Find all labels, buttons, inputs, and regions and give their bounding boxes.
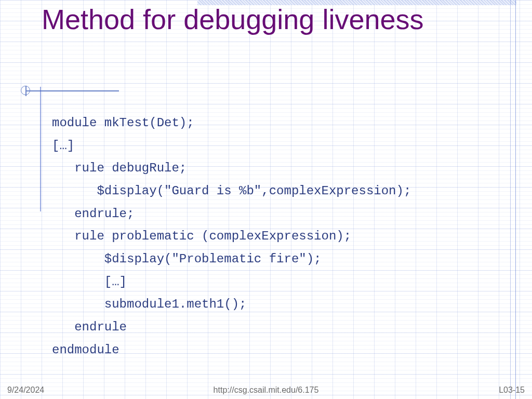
title-underline (25, 90, 119, 91)
left-vertical-accent (40, 87, 41, 211)
right-accent-line-2 (515, 0, 516, 399)
slide-title: Method for debugging liveness (42, 3, 468, 35)
code-block: module mkTest(Det); […] rule debugRule; … (52, 112, 411, 361)
footer: 9/24/2024 http://csg.csail.mit.edu/6.175… (0, 385, 532, 395)
right-accent-line-1 (510, 0, 511, 399)
footer-url: http://csg.csail.mit.edu/6.175 (0, 385, 532, 395)
